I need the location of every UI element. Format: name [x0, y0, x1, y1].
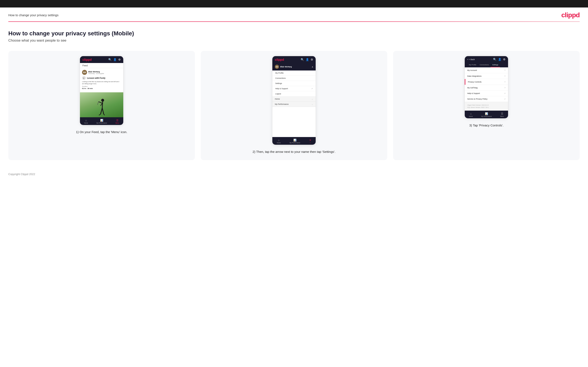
- search-icon-2: 🔍: [301, 58, 304, 61]
- svg-point-0: [101, 99, 104, 102]
- svg-line-5: [101, 108, 102, 114]
- settings-icon-3: ⚙: [503, 58, 506, 61]
- phone3-home-label: Home: [469, 116, 473, 117]
- phone2-nav-close[interactable]: ✕ ×: [309, 139, 311, 143]
- step-2-card: clippd 🔍 👤 ⚙ BM Blair McHarg ∧: [201, 51, 387, 160]
- phone2-bottombar: ⌂ Home 📊 My Performance ✕ ×: [272, 137, 316, 145]
- chevron-down-icon-2: ⌄: [311, 103, 313, 105]
- phone1-username: Blair McHarg: [88, 71, 104, 73]
- phone2-section-performance[interactable]: My Performance ⌄: [272, 102, 316, 107]
- home-icon-2: ⌂: [278, 139, 279, 142]
- phone1-avatar: BM: [82, 70, 87, 75]
- logo: clippd: [561, 11, 580, 19]
- phone3-item-help-support[interactable]: Help & Support ↗: [465, 91, 508, 96]
- phone1-logo: clippd: [82, 58, 92, 61]
- lesson-icon: ▶: [82, 76, 86, 80]
- home-icon: ⌂: [85, 119, 87, 122]
- tab-connections[interactable]: Connections: [478, 63, 491, 67]
- phone3-performance-label: My Performance: [481, 116, 492, 117]
- phone3-item-service-privacy[interactable]: Service & Privacy Policy ↗: [465, 96, 508, 102]
- svg-line-1: [102, 102, 103, 108]
- back-button[interactable]: < < Back: [467, 58, 475, 60]
- data-integrations-label: Data Integrations: [467, 75, 482, 77]
- header-title: How to change your privacy settings: [8, 13, 59, 17]
- phone3-tabs: My Profile Connections Settings: [465, 63, 508, 67]
- user-icon-3: 👤: [498, 58, 502, 61]
- phone1-home-label: Home: [84, 122, 88, 124]
- svg-line-6: [102, 108, 104, 114]
- user-icon: 👤: [113, 58, 117, 61]
- chevron-right-icon: >: [504, 69, 506, 71]
- step-1-card: clippd 🔍 👤 ⚙ Feed BM Blair McHarg: [8, 51, 195, 160]
- phone-mockup-1: clippd 🔍 👤 ⚙ Feed BM Blair McHarg: [80, 56, 123, 125]
- phone1-nav-menu[interactable]: ☰ Menu: [115, 119, 119, 124]
- phone2-nav-home[interactable]: ⌂ Home: [277, 139, 281, 143]
- page-subheading: Choose what you want people to see: [8, 38, 580, 43]
- step-1-caption: 1) On your Feed, tap the 'Menu' icon.: [76, 130, 127, 134]
- phone-mockup-2: clippd 🔍 👤 ⚙ BM Blair McHarg ∧: [272, 56, 316, 145]
- phone2-menu-connections[interactable]: Connections: [272, 76, 316, 81]
- phone1-user-row: BM Blair McHarg Yesterday · Sunningdale: [82, 70, 121, 75]
- phone1-lesson-title: Lesson with Fordy: [87, 77, 105, 79]
- settings-icon: ⚙: [118, 58, 121, 61]
- phone1-post: BM Blair McHarg Yesterday · Sunningdale …: [80, 68, 123, 92]
- phone1-nav-home[interactable]: ⌂ Home: [84, 119, 88, 124]
- home-icon-3: ⌂: [470, 112, 472, 115]
- phone1-duration-value: 01 hr : 30 min: [82, 88, 121, 89]
- phone2-user-header: BM Blair McHarg ∧: [272, 63, 316, 70]
- phone2-home-label: Home: [277, 142, 281, 143]
- phone3-nav-menu[interactable]: ☰ Menu: [500, 112, 504, 117]
- phone3-nav-performance[interactable]: 📊 My Performance: [481, 112, 492, 117]
- phone1-icons: 🔍 👤 ⚙: [108, 58, 121, 61]
- phone3-icons: 🔍 👤 ⚙: [493, 58, 506, 61]
- phone2-icons: 🔍 👤 ⚙: [301, 58, 313, 61]
- menu-icon-3: ☰: [501, 112, 503, 115]
- phone1-feed-label: Feed: [80, 63, 123, 68]
- performance-section-label: My Performance: [275, 103, 289, 105]
- chevron-right-icon-4: >: [504, 86, 506, 89]
- phone2-topbar: clippd 🔍 👤 ⚙: [272, 56, 316, 63]
- phone3-item-my-golf-bag[interactable]: My Golf Bag >: [465, 85, 508, 91]
- search-icon-3: 🔍: [493, 58, 496, 61]
- step-3-caption: 3) Tap 'Privacy Controls'.: [469, 123, 504, 128]
- service-privacy-label: Service & Privacy Policy: [467, 98, 487, 100]
- chevron-right-icon-3: >: [504, 81, 506, 83]
- page-heading: How to change your privacy settings (Mob…: [8, 30, 580, 37]
- tab-settings[interactable]: Settings: [491, 63, 500, 67]
- phone3-nav-home[interactable]: ⌂ Home: [469, 112, 473, 117]
- phone-mockup-3: < < Back 🔍 👤 ⚙ My Profile Connections Se…: [465, 56, 508, 118]
- search-icon: 🔍: [108, 58, 112, 61]
- phone2-menu-my-profile[interactable]: My Profile: [272, 70, 316, 76]
- header: How to change your privacy settings clip…: [0, 8, 588, 21]
- version-client: Clippd Client Version: 2022.8.3-3: [467, 104, 506, 106]
- chart-icon-2: 📊: [293, 139, 296, 142]
- tab-my-profile[interactable]: My Profile: [467, 63, 478, 67]
- phone3-item-privacy-controls[interactable]: Privacy Controls >: [465, 79, 508, 85]
- user-icon-2: 👤: [306, 58, 309, 61]
- phone2-section-home[interactable]: Home ⌄: [272, 96, 316, 102]
- phone2-nav-performance[interactable]: 📊 My Performance: [290, 139, 300, 143]
- external-link-icon: ↗: [311, 88, 313, 90]
- my-golf-bag-label: My Golf Bag: [467, 87, 478, 89]
- svg-line-7: [99, 114, 101, 115]
- chart-icon-3: 📊: [485, 112, 488, 115]
- phone2-performance-label: My Performance: [290, 142, 300, 143]
- phone3-item-my-account[interactable]: My Account >: [465, 67, 508, 73]
- phone1-menu-label: Menu: [115, 122, 119, 124]
- phone2-username: Blair McHarg: [280, 66, 292, 68]
- privacy-controls-label: Privacy Controls: [468, 81, 482, 83]
- svg-line-8: [104, 114, 105, 115]
- phone1-nav-performance[interactable]: 📊 My Performance: [96, 119, 107, 124]
- phone3-item-data-integrations[interactable]: Data Integrations >: [465, 73, 508, 79]
- external-link-icon-3: ↗: [504, 98, 506, 100]
- step-2-caption: 2) Then, tap the arrow next to your name…: [252, 150, 336, 154]
- phone2-menu-settings[interactable]: Settings: [272, 81, 316, 86]
- phone2-avatar: BM: [275, 65, 279, 69]
- phone2-menu-help[interactable]: Help & Support ↗: [272, 86, 316, 91]
- chevron-right-icon-2: >: [504, 75, 506, 77]
- close-icon: ✕: [309, 139, 311, 142]
- help-support-label: Help & Support: [275, 88, 288, 90]
- phone3-version-info: Clippd Client Version: 2022.8.3-3 GQL Se…: [465, 102, 508, 111]
- phone1-duration-label: Duration: [82, 86, 121, 87]
- phone2-menu-logout[interactable]: Logout: [272, 91, 316, 96]
